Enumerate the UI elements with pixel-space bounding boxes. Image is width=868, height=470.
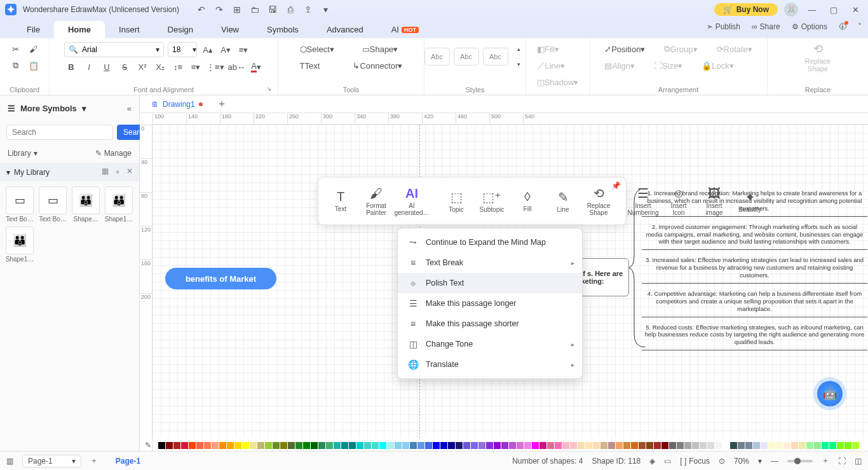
pages-icon[interactable]: ▥ bbox=[6, 457, 13, 466]
page-select[interactable]: Page-1▾ bbox=[22, 455, 81, 467]
style-preset-3[interactable]: Abc bbox=[483, 48, 508, 66]
cut-button[interactable]: ✂ bbox=[9, 42, 23, 56]
color-swatch[interactable] bbox=[372, 442, 379, 449]
align-button[interactable]: ▤ Align▾ bbox=[600, 59, 639, 73]
color-swatch[interactable] bbox=[295, 442, 302, 449]
ctx-make-longer[interactable]: ☰Make this passage longer bbox=[398, 293, 582, 314]
color-swatch[interactable] bbox=[837, 442, 844, 449]
color-swatch[interactable] bbox=[570, 442, 577, 449]
subnode-5[interactable]: 5. Reduced costs: Effective marketing st… bbox=[642, 322, 867, 351]
ft-line[interactable]: ✎Line bbox=[547, 187, 579, 216]
zoom-out-button[interactable]: — bbox=[771, 457, 778, 466]
color-swatch[interactable] bbox=[783, 442, 790, 449]
page-tab[interactable]: Page-1 bbox=[116, 457, 140, 466]
color-swatch[interactable] bbox=[189, 442, 196, 449]
subnode-2[interactable]: 2. Improved customer engagement: Through… bbox=[642, 222, 867, 251]
redo-button[interactable]: ↷ bbox=[215, 5, 224, 14]
menu-ai[interactable]: AI HOT bbox=[377, 21, 433, 38]
color-swatch[interactable] bbox=[761, 442, 768, 449]
grow-font[interactable]: A▴ bbox=[201, 43, 215, 57]
color-swatch[interactable] bbox=[692, 442, 699, 449]
color-swatch[interactable] bbox=[631, 442, 638, 449]
font-size-select[interactable]: ▾ bbox=[168, 42, 197, 57]
color-swatch[interactable] bbox=[646, 442, 653, 449]
fit-page-button[interactable]: ⊙ bbox=[719, 457, 725, 466]
color-swatch[interactable] bbox=[829, 442, 836, 449]
color-swatch[interactable] bbox=[196, 442, 203, 449]
pin-button[interactable]: 📌 bbox=[611, 181, 621, 190]
font-color-button[interactable]: A▾ bbox=[249, 60, 263, 74]
color-swatch[interactable] bbox=[852, 442, 859, 449]
color-swatch[interactable] bbox=[768, 442, 775, 449]
qat-more[interactable]: ▾ bbox=[322, 5, 330, 14]
color-swatch[interactable] bbox=[166, 442, 173, 449]
color-swatch[interactable] bbox=[257, 442, 264, 449]
more-symbols-button[interactable]: ☰ More Symbols▾ « bbox=[0, 95, 139, 121]
lib-item-3[interactable]: 👪Shape… bbox=[71, 186, 100, 223]
strike-button[interactable]: S̶ bbox=[118, 60, 132, 74]
save-button[interactable]: 🖫 bbox=[268, 5, 277, 14]
color-swatch[interactable] bbox=[844, 442, 851, 449]
color-swatch[interactable] bbox=[311, 442, 318, 449]
color-swatch[interactable] bbox=[814, 442, 821, 449]
color-swatch[interactable] bbox=[593, 442, 600, 449]
color-swatch[interactable] bbox=[547, 442, 554, 449]
ft-numbering[interactable]: ☰Insert Numbering bbox=[627, 183, 659, 219]
share-button[interactable]: ∞Share bbox=[752, 22, 780, 31]
zoom-slider[interactable] bbox=[787, 460, 813, 462]
color-swatch[interactable] bbox=[364, 442, 371, 449]
replace-shape-button[interactable]: ⟲ Replace Shape bbox=[802, 42, 834, 73]
user-avatar[interactable]: 🐰 bbox=[784, 3, 798, 17]
color-swatch[interactable] bbox=[486, 442, 493, 449]
buy-now-button[interactable]: 🛒 Buy Now bbox=[714, 3, 778, 16]
style-preset-2[interactable]: Abc bbox=[454, 48, 479, 66]
color-swatch[interactable] bbox=[273, 442, 280, 449]
zoom-in-button[interactable]: ＋ bbox=[822, 455, 829, 466]
ft-fill[interactable]: ◊Fill bbox=[512, 187, 543, 215]
color-swatch[interactable] bbox=[616, 442, 623, 449]
color-swatch[interactable] bbox=[669, 442, 676, 449]
size-button[interactable]: ⛶ Size▾ bbox=[650, 59, 686, 73]
color-swatch[interactable] bbox=[234, 442, 241, 449]
ft-subtopic[interactable]: ⬚⁺Subtopic bbox=[476, 187, 508, 216]
color-swatch[interactable] bbox=[478, 442, 485, 449]
ft-insert-icon[interactable]: ☺Insert Icon bbox=[663, 184, 695, 219]
color-swatch[interactable] bbox=[181, 442, 188, 449]
color-swatch[interactable] bbox=[227, 442, 234, 449]
connector-tool[interactable]: ↳ Connector ▾ bbox=[349, 59, 406, 73]
color-swatch[interactable] bbox=[410, 442, 417, 449]
export-button[interactable]: ⇪ bbox=[304, 5, 313, 14]
color-swatch[interactable] bbox=[585, 442, 592, 449]
color-swatch[interactable] bbox=[539, 442, 546, 449]
color-swatch[interactable] bbox=[776, 442, 783, 449]
undo-button[interactable]: ↶ bbox=[197, 5, 206, 14]
color-swatch[interactable] bbox=[318, 442, 325, 449]
ctx-text-break[interactable]: ≡Text Break▸ bbox=[398, 252, 582, 273]
color-swatch[interactable] bbox=[730, 442, 737, 449]
shrink-font[interactable]: A▾ bbox=[219, 43, 233, 57]
ctx-polish-text[interactable]: ⟐Polish Text bbox=[398, 273, 582, 293]
font-size-input[interactable] bbox=[172, 45, 189, 54]
add-page-button[interactable]: ＋ bbox=[90, 455, 98, 466]
new-button[interactable]: ⊞ bbox=[233, 5, 241, 14]
library-dropdown[interactable]: Library ▾ bbox=[8, 149, 37, 158]
menu-file[interactable]: File bbox=[13, 21, 54, 38]
ft-ai-generated[interactable]: AIAI generated… bbox=[396, 184, 428, 219]
color-swatch[interactable] bbox=[471, 442, 478, 449]
ft-format-painter[interactable]: 🖌Format Painter bbox=[360, 184, 392, 219]
color-swatch[interactable] bbox=[280, 442, 287, 449]
color-swatch[interactable] bbox=[608, 442, 615, 449]
lib-item-1[interactable]: ▭Text Bo… bbox=[5, 186, 34, 223]
color-swatch[interactable] bbox=[822, 442, 829, 449]
subnode-4[interactable]: 4. Competitive advantage: Marketing can … bbox=[642, 289, 867, 317]
color-swatch[interactable] bbox=[349, 442, 356, 449]
lib-close-icon[interactable]: ✕ bbox=[126, 167, 133, 177]
options-button[interactable]: ⚙Options bbox=[792, 22, 827, 31]
ft-replace-shape[interactable]: ⟲Replace Shape bbox=[583, 183, 614, 219]
style-preset-1[interactable]: Abc bbox=[424, 48, 450, 66]
color-swatch[interactable] bbox=[158, 442, 165, 449]
lib-item-4[interactable]: 👪Shape1… bbox=[104, 186, 133, 223]
italic-button[interactable]: I bbox=[82, 60, 96, 74]
color-swatch[interactable] bbox=[578, 442, 585, 449]
color-swatch[interactable] bbox=[722, 442, 729, 449]
